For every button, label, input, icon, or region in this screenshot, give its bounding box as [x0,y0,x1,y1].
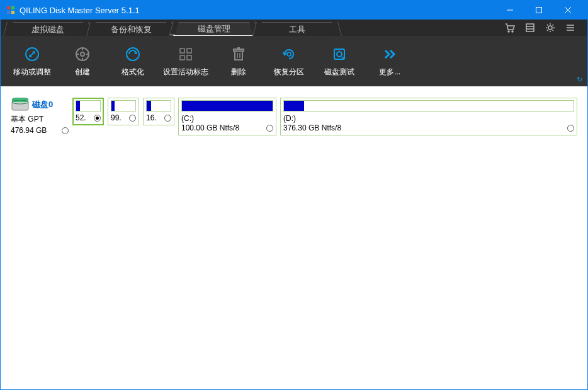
partition-size: 52. [76,113,86,122]
disk-test-button[interactable]: 磁盘测试 [314,42,365,81]
svg-point-8 [508,31,509,32]
svg-rect-26 [187,49,191,53]
partition-radio[interactable] [266,125,273,132]
cart-icon[interactable] [504,22,516,33]
svg-rect-38 [12,101,28,110]
list-icon[interactable] [524,22,536,33]
partition-size: 16. [146,113,157,122]
svg-rect-25 [180,49,184,53]
refresh-icon[interactable]: ↻ [577,76,582,84]
move-resize-button[interactable]: 移动或调整 [7,42,57,81]
partition-fill [147,101,151,111]
recover-partition-button[interactable]: 恢复分区 [264,42,314,81]
hdd-icon [11,98,30,112]
tool-label: 更多... [379,67,400,77]
tabbar-icons [504,20,581,36]
svg-rect-29 [235,51,242,60]
recover-icon [280,45,298,63]
partition-2[interactable]: 16. [143,98,174,125]
partition-0[interactable]: 52. [72,98,104,125]
svg-rect-3 [11,11,14,14]
svg-rect-2 [7,11,10,14]
partition-d[interactable]: (D:) 376.30 GB Ntfs/8 [280,98,577,135]
svg-rect-1 [11,6,14,9]
create-button[interactable]: 创建 [57,42,108,81]
disk-size: 476.94 GB [11,126,47,135]
svg-point-36 [337,52,342,57]
svg-rect-5 [536,8,542,13]
partition-radio[interactable] [129,115,136,122]
delete-icon [230,45,247,63]
disk-radio[interactable] [62,127,69,134]
format-icon [124,45,142,63]
menu-icon[interactable] [565,22,576,33]
tab-label: 虚拟磁盘 [31,24,64,35]
tool-label: 创建 [75,67,90,77]
delete-button[interactable]: 删除 [213,42,264,81]
maximize-button[interactable] [524,1,553,20]
set-active-button[interactable]: 设置活动标志 [158,42,213,81]
partition-radio[interactable] [164,115,171,122]
disk-layout: 磁盘0 基本 GPT 476.94 GB 52. 99. 16. (C:) [1,86,587,389]
toolbar: 移动或调整 创建 格式化 设置活动标志 删除 恢复分区 磁盘测试 更多... ↻ [1,36,587,86]
close-button[interactable] [553,1,582,20]
partition-fill [284,101,304,111]
format-button[interactable]: 格式化 [108,42,158,81]
tab-bar: 虚拟磁盘 备份和恢复 磁盘管理 工具 [1,20,587,36]
tab-label: 工具 [289,24,305,35]
app-logo-icon [6,5,16,15]
svg-point-34 [287,52,291,56]
svg-rect-10 [526,24,534,32]
partition-size: 99. [111,113,122,122]
tool-label: 删除 [231,67,246,77]
window-controls [495,1,582,20]
more-button[interactable]: 更多... [365,42,415,81]
svg-rect-0 [7,6,10,9]
titlebar: QILING Disk Master Server 5.1.1 [1,1,587,20]
tool-label: 恢复分区 [274,67,304,77]
disk-test-icon [331,45,348,63]
partition-label: (D:) [283,114,574,123]
tool-label: 移动或调整 [13,67,51,77]
partition-label: (C:) [181,114,273,123]
tab-virtual-disk[interactable]: 虚拟磁盘 [7,22,89,36]
set-active-icon [177,45,195,63]
partition-size: 376.30 GB Ntfs/8 [283,123,341,132]
tab-label: 备份和恢复 [111,24,152,35]
partition-fill [111,101,115,111]
partition-radio[interactable] [94,115,101,122]
more-icon [381,45,399,63]
disk-info[interactable]: 磁盘0 基本 GPT 476.94 GB [11,98,69,135]
tool-label: 格式化 [122,67,144,77]
gear-icon[interactable] [545,22,556,33]
minimize-button[interactable] [495,1,524,20]
partition-c[interactable]: (C:) 100.00 GB Ntfs/8 [178,98,276,135]
create-icon [74,45,91,63]
partition-fill [76,101,80,111]
svg-point-13 [548,26,552,30]
tool-label: 设置活动标志 [163,67,208,77]
move-resize-icon [23,45,41,63]
partition-radio[interactable] [567,125,574,132]
disk-type: 基本 GPT [11,114,69,125]
svg-point-9 [512,31,513,32]
tab-label: 磁盘管理 [198,23,230,35]
svg-rect-28 [187,55,191,60]
partition-size: 100.00 GB Ntfs/8 [181,123,239,132]
tab-backup-restore[interactable]: 备份和恢复 [90,22,172,36]
tab-disk-management[interactable]: 磁盘管理 [173,22,255,36]
tool-label: 磁盘测试 [324,67,354,77]
svg-rect-27 [180,55,184,60]
window-title: QILING Disk Master Server 5.1.1 [20,6,495,15]
svg-rect-30 [234,49,244,51]
disk-name: 磁盘0 [32,99,53,110]
partition-1[interactable]: 99. [108,98,139,125]
partition-fill [182,101,273,111]
tab-tools[interactable]: 工具 [256,22,338,36]
svg-point-19 [81,52,84,56]
